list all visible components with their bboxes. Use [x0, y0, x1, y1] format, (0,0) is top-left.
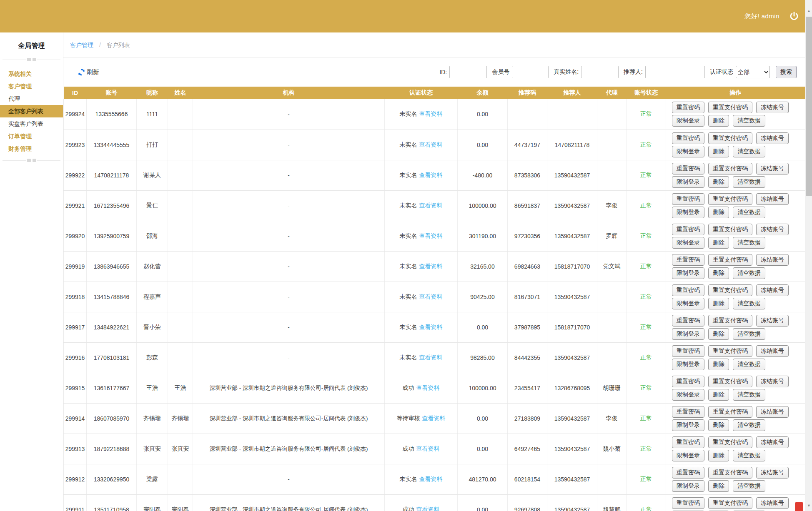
- sidebar-item-finance[interactable]: 财务管理: [0, 142, 63, 155]
- reset-password-button[interactable]: 重置密码: [672, 224, 704, 235]
- freeze-account-button[interactable]: 冻结账号: [756, 345, 789, 357]
- freeze-account-button[interactable]: 冻结账号: [756, 224, 789, 235]
- sidebar-item-all-customers[interactable]: 全部客户列表: [0, 105, 63, 117]
- freeze-account-button[interactable]: 冻结账号: [756, 376, 789, 387]
- scroll-down-arrow[interactable]: ▼: [805, 502, 812, 509]
- restrict-login-button[interactable]: 限制登录: [672, 146, 704, 157]
- reset-pay-password-button[interactable]: 重置支付密码: [708, 436, 752, 448]
- sidebar-item-real-customers[interactable]: 实盘客户列表: [0, 117, 63, 130]
- restrict-login-button[interactable]: 限制登录: [672, 207, 704, 218]
- view-profile-link[interactable]: 查看资料: [419, 172, 443, 178]
- delete-button[interactable]: 删除: [708, 115, 729, 127]
- delete-button[interactable]: 删除: [708, 419, 729, 431]
- freeze-account-button[interactable]: 冻结账号: [756, 102, 789, 113]
- view-profile-link[interactable]: 查看资料: [416, 384, 440, 391]
- clear-data-button[interactable]: 清空数据: [733, 359, 765, 370]
- restrict-login-button[interactable]: 限制登录: [672, 237, 704, 249]
- view-profile-link[interactable]: 查看资料: [416, 506, 440, 511]
- delete-button[interactable]: 删除: [708, 450, 729, 461]
- vertical-scrollbar[interactable]: ▲ ▼: [805, 0, 812, 511]
- reset-pay-password-button[interactable]: 重置支付密码: [708, 163, 752, 174]
- freeze-account-button[interactable]: 冻结账号: [756, 315, 789, 327]
- view-profile-link[interactable]: 查看资料: [419, 110, 443, 117]
- view-profile-link[interactable]: 查看资料: [419, 232, 443, 239]
- view-profile-link[interactable]: 查看资料: [419, 141, 443, 148]
- reset-password-button[interactable]: 重置密码: [672, 467, 704, 479]
- freeze-account-button[interactable]: 冻结账号: [756, 406, 789, 418]
- delete-button[interactable]: 删除: [708, 267, 729, 279]
- breadcrumb-parent-link[interactable]: 客户管理: [70, 42, 93, 48]
- delete-button[interactable]: 删除: [708, 237, 729, 249]
- reset-pay-password-button[interactable]: 重置支付密码: [708, 284, 752, 296]
- view-profile-link[interactable]: 查看资料: [419, 324, 443, 330]
- freeze-account-button[interactable]: 冻结账号: [756, 436, 789, 448]
- reset-password-button[interactable]: 重置密码: [672, 497, 704, 509]
- search-button[interactable]: 搜索: [776, 66, 797, 78]
- restrict-login-button[interactable]: 限制登录: [672, 176, 704, 188]
- restrict-login-button[interactable]: 限制登录: [672, 480, 704, 492]
- clear-data-button[interactable]: 清空数据: [733, 389, 765, 401]
- restrict-login-button[interactable]: 限制登录: [672, 267, 704, 279]
- clear-data-button[interactable]: 清空数据: [733, 237, 765, 249]
- view-profile-link[interactable]: 查看资料: [419, 354, 443, 361]
- delete-button[interactable]: 删除: [708, 359, 729, 370]
- reset-pay-password-button[interactable]: 重置支付密码: [708, 224, 752, 235]
- reset-pay-password-button[interactable]: 重置支付密码: [708, 345, 752, 357]
- restrict-login-button[interactable]: 限制登录: [672, 328, 704, 340]
- reset-pay-password-button[interactable]: 重置支付密码: [708, 102, 752, 113]
- reset-password-button[interactable]: 重置密码: [672, 284, 704, 296]
- clear-data-button[interactable]: 清空数据: [733, 450, 765, 461]
- view-profile-link[interactable]: 查看资料: [422, 415, 446, 421]
- scrollbar-thumb[interactable]: [806, 17, 812, 196]
- restrict-login-button[interactable]: 限制登录: [672, 115, 704, 127]
- delete-button[interactable]: 删除: [708, 146, 729, 157]
- view-profile-link[interactable]: 查看资料: [419, 476, 443, 482]
- freeze-account-button[interactable]: 冻结账号: [756, 497, 789, 509]
- reset-password-button[interactable]: 重置密码: [672, 193, 704, 205]
- delete-button[interactable]: 删除: [708, 480, 729, 492]
- view-profile-link[interactable]: 查看资料: [419, 202, 443, 209]
- member-input[interactable]: [512, 66, 549, 78]
- view-profile-link[interactable]: 查看资料: [419, 263, 443, 269]
- reset-pay-password-button[interactable]: 重置支付密码: [708, 497, 752, 509]
- reset-pay-password-button[interactable]: 重置支付密码: [708, 132, 752, 144]
- sidebar-item-orders[interactable]: 订单管理: [0, 130, 63, 142]
- freeze-account-button[interactable]: 冻结账号: [756, 467, 789, 479]
- freeze-account-button[interactable]: 冻结账号: [756, 193, 789, 205]
- delete-button[interactable]: 删除: [708, 298, 729, 309]
- refresh-button[interactable]: 刷新: [78, 68, 99, 76]
- restrict-login-button[interactable]: 限制登录: [672, 389, 704, 401]
- reset-password-button[interactable]: 重置密码: [672, 132, 704, 144]
- reset-password-button[interactable]: 重置密码: [672, 345, 704, 357]
- scroll-up-arrow[interactable]: ▲: [805, 7, 812, 15]
- referrer-input[interactable]: [645, 66, 705, 78]
- freeze-account-button[interactable]: 冻结账号: [756, 132, 789, 144]
- logout-power-icon[interactable]: [789, 11, 799, 22]
- freeze-account-button[interactable]: 冻结账号: [756, 254, 789, 266]
- reset-password-button[interactable]: 重置密码: [672, 315, 704, 327]
- id-input[interactable]: [449, 66, 487, 78]
- sidebar-item-agent[interactable]: 代理: [0, 92, 63, 105]
- view-profile-link[interactable]: 查看资料: [416, 445, 440, 452]
- realname-input[interactable]: [581, 66, 619, 78]
- restrict-login-button[interactable]: 限制登录: [672, 359, 704, 370]
- restrict-login-button[interactable]: 限制登录: [672, 450, 704, 461]
- clear-data-button[interactable]: 清空数据: [733, 480, 765, 492]
- restrict-login-button[interactable]: 限制登录: [672, 419, 704, 431]
- reset-password-button[interactable]: 重置密码: [672, 376, 704, 387]
- reset-pay-password-button[interactable]: 重置支付密码: [708, 315, 752, 327]
- restrict-login-button[interactable]: 限制登录: [672, 298, 704, 309]
- clear-data-button[interactable]: 清空数据: [733, 298, 765, 309]
- reset-password-button[interactable]: 重置密码: [672, 102, 704, 113]
- reset-password-button[interactable]: 重置密码: [672, 436, 704, 448]
- clear-data-button[interactable]: 清空数据: [733, 176, 765, 188]
- auth-status-select[interactable]: 全部: [736, 66, 770, 78]
- reset-password-button[interactable]: 重置密码: [672, 406, 704, 418]
- delete-button[interactable]: 删除: [708, 328, 729, 340]
- sidebar-item-system[interactable]: 系统相关: [0, 67, 63, 80]
- clear-data-button[interactable]: 清空数据: [733, 267, 765, 279]
- reset-pay-password-button[interactable]: 重置支付密码: [708, 193, 752, 205]
- clear-data-button[interactable]: 清空数据: [733, 115, 765, 127]
- delete-button[interactable]: 删除: [708, 176, 729, 188]
- freeze-account-button[interactable]: 冻结账号: [756, 163, 789, 174]
